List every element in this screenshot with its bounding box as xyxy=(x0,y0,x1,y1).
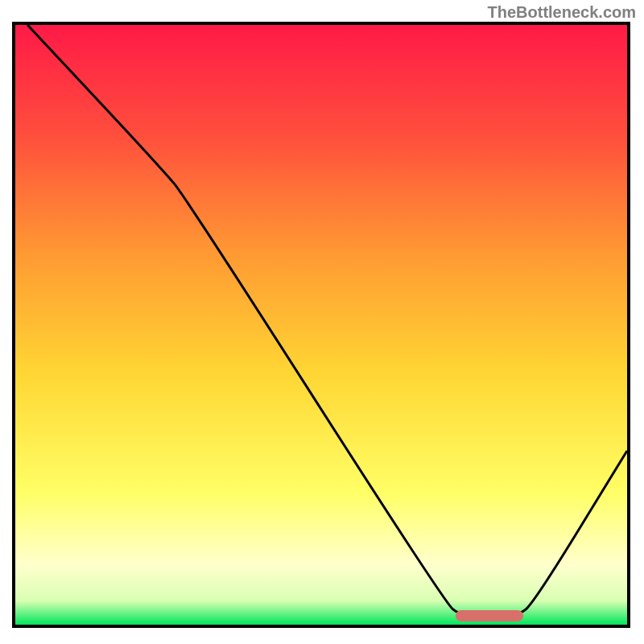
bottleneck-curve xyxy=(15,25,627,625)
optimal-range-marker xyxy=(456,610,523,621)
watermark-text: TheBottleneck.com xyxy=(488,3,636,22)
plot-area xyxy=(12,22,630,628)
chart-container: TheBottleneck.com xyxy=(0,0,644,644)
